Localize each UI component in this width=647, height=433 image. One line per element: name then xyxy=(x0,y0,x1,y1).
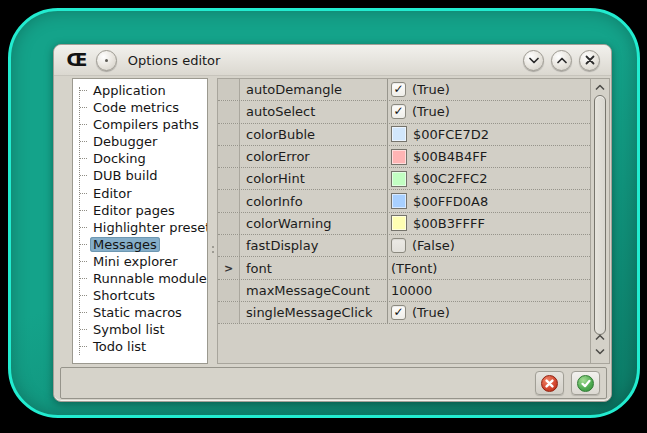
window-frame-decoration: Œ Options editor ApplicationCode metrics… xyxy=(8,8,640,418)
property-name[interactable]: colorInfo xyxy=(240,190,387,211)
color-swatch[interactable] xyxy=(391,126,407,142)
property-row-colorwarning[interactable]: colorWarning$00B3FFFF xyxy=(218,213,590,235)
property-name[interactable]: autoDemangle xyxy=(240,79,387,100)
property-value[interactable]: $00C2FFC2 xyxy=(387,168,590,189)
property-value-text: $00FCE7D2 xyxy=(413,127,489,142)
scroll-down-button[interactable] xyxy=(591,345,609,357)
sidebar-item-messages[interactable]: Messages xyxy=(73,236,207,253)
property-value[interactable]: ✓(True) xyxy=(387,79,590,100)
sidebar-item-static-macros[interactable]: Static macros xyxy=(73,304,207,321)
checkbox-checked-icon[interactable]: ✓ xyxy=(391,104,406,119)
sidebar-item-label: Todo list xyxy=(90,339,149,354)
property-row-singlemessageclick[interactable]: singleMessageClick✓(True) xyxy=(218,302,590,324)
sidebar-item-label: Editor pages xyxy=(90,203,178,218)
sidebar-item-symbol-list[interactable]: Symbol list xyxy=(73,321,207,338)
property-value[interactable]: $00B4B4FF xyxy=(387,146,590,167)
color-swatch[interactable] xyxy=(391,149,407,165)
window-controls xyxy=(523,50,600,71)
property-name[interactable]: colorError xyxy=(240,146,387,167)
shade-button[interactable] xyxy=(523,50,544,71)
check-mark-icon: ✓ xyxy=(393,83,403,95)
close-button[interactable] xyxy=(579,50,600,71)
sidebar-item-mini-explorer[interactable]: Mini explorer xyxy=(73,253,207,270)
scrollbar-thumb[interactable] xyxy=(594,95,606,335)
sidebar-item-docking[interactable]: Docking xyxy=(73,150,207,167)
sidebar-item-label: Shortcuts xyxy=(90,288,158,303)
sidebar-item-dub-build[interactable]: DUB build xyxy=(73,167,207,184)
property-value-text: $00FFD0A8 xyxy=(413,194,488,209)
check-mark-icon: ✓ xyxy=(393,105,403,117)
sidebar-item-label: Debugger xyxy=(90,134,160,149)
sidebar-item-compilers-paths[interactable]: Compilers paths xyxy=(73,116,207,133)
app-logo-icon: Œ xyxy=(67,52,88,69)
property-value-text: (True) xyxy=(412,82,450,97)
property-value[interactable]: (TFont) xyxy=(387,257,590,278)
close-icon xyxy=(585,55,595,65)
footer-panel xyxy=(60,367,607,399)
property-name[interactable]: fastDisplay xyxy=(240,235,387,256)
sidebar-item-highlighter-presets[interactable]: Highlighter presets xyxy=(73,219,207,236)
check-mark-icon: ✓ xyxy=(393,306,403,318)
scroll-up-button[interactable] xyxy=(591,81,609,93)
color-swatch[interactable] xyxy=(391,171,407,187)
sidebar-item-label: Mini explorer xyxy=(90,254,181,269)
property-row-colorerror[interactable]: colorError$00B4B4FF xyxy=(218,146,590,168)
window-menu-button[interactable] xyxy=(96,50,117,71)
property-name[interactable]: singleMessageClick xyxy=(240,302,387,323)
property-name[interactable]: colorHint xyxy=(240,168,387,189)
checkbox-checked-icon[interactable]: ✓ xyxy=(391,305,406,320)
window-title: Options editor xyxy=(128,53,221,68)
scroll-up-secondary-button[interactable] xyxy=(591,331,609,343)
color-swatch[interactable] xyxy=(391,215,407,231)
property-row-autoselect[interactable]: autoSelect✓(True) xyxy=(218,101,590,123)
sidebar-item-editor-pages[interactable]: Editor pages xyxy=(73,202,207,219)
property-row-colorhint[interactable]: colorHint$00C2FFC2 xyxy=(218,168,590,190)
property-value[interactable]: $00B3FFFF xyxy=(387,213,590,234)
expand-arrow-icon[interactable]: > xyxy=(218,257,240,278)
row-gutter xyxy=(218,79,240,100)
property-value[interactable]: ✓(True) xyxy=(387,101,590,122)
cancel-button[interactable] xyxy=(535,371,564,395)
checkbox-unchecked-icon[interactable] xyxy=(391,238,406,253)
property-value[interactable]: $00FCE7D2 xyxy=(387,124,590,145)
chevron-down-icon xyxy=(529,57,539,64)
property-name[interactable]: autoSelect xyxy=(240,101,387,122)
property-value-text: (True) xyxy=(412,305,450,320)
categories-tree[interactable]: ApplicationCode metricsCompilers pathsDe… xyxy=(72,78,208,364)
scrollbar-vertical[interactable] xyxy=(590,79,609,363)
property-name[interactable]: maxMessageCount xyxy=(240,280,387,301)
property-value-text: (TFont) xyxy=(391,261,437,276)
sidebar-item-label: Symbol list xyxy=(90,322,168,337)
property-name[interactable]: colorBuble xyxy=(240,124,387,145)
row-gutter xyxy=(218,302,240,323)
property-value-text: (False) xyxy=(412,238,455,253)
sidebar-item-code-metrics[interactable]: Code metrics xyxy=(73,99,207,116)
property-value[interactable]: 10000 xyxy=(387,280,590,301)
property-value[interactable]: (False) xyxy=(387,235,590,256)
splitter-handle[interactable] xyxy=(209,78,217,364)
color-swatch[interactable] xyxy=(391,193,407,209)
sidebar-item-shortcuts[interactable]: Shortcuts xyxy=(73,287,207,304)
checkbox-checked-icon[interactable]: ✓ xyxy=(391,82,406,97)
property-value[interactable]: ✓(True) xyxy=(387,302,590,323)
property-row-font[interactable]: >font(TFont) xyxy=(218,257,590,279)
property-name[interactable]: colorWarning xyxy=(240,213,387,234)
property-row-colorinfo[interactable]: colorInfo$00FFD0A8 xyxy=(218,190,590,212)
sidebar-item-label: Compilers paths xyxy=(90,117,202,132)
property-value[interactable]: $00FFD0A8 xyxy=(387,190,590,211)
sidebar-item-application[interactable]: Application xyxy=(73,82,207,99)
sidebar-item-todo-list[interactable]: Todo list xyxy=(73,338,207,355)
titlebar[interactable]: Œ Options editor xyxy=(54,45,611,76)
sidebar-item-debugger[interactable]: Debugger xyxy=(73,133,207,150)
chevron-up-icon xyxy=(595,84,605,91)
ok-button[interactable] xyxy=(571,371,600,395)
property-grid[interactable]: autoDemangle✓(True)autoSelect✓(True)colo… xyxy=(217,78,610,364)
maximize-button[interactable] xyxy=(551,50,572,71)
sidebar-item-runnable-modules[interactable]: Runnable modules xyxy=(73,270,207,287)
property-name[interactable]: font xyxy=(240,257,387,278)
property-row-fastdisplay[interactable]: fastDisplay(False) xyxy=(218,235,590,257)
property-row-autodemangle[interactable]: autoDemangle✓(True) xyxy=(218,79,590,101)
property-row-maxmessagecount[interactable]: maxMessageCount10000 xyxy=(218,280,590,302)
sidebar-item-editor[interactable]: Editor xyxy=(73,185,207,202)
property-row-colorbuble[interactable]: colorBuble$00FCE7D2 xyxy=(218,124,590,146)
